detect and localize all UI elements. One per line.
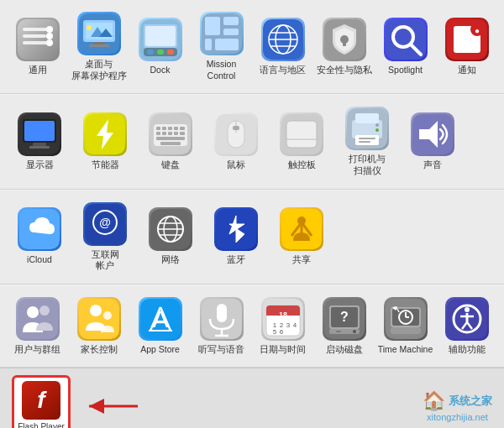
pref-dictation-label: 听写与语音 — [198, 344, 244, 356]
pref-notification[interactable]: ● 通知 — [436, 14, 497, 80]
pref-keyboard[interactable]: 键盘 — [138, 109, 203, 175]
pref-flash[interactable]: f Flash Player — [12, 375, 71, 428]
svg-rect-63 — [160, 142, 181, 145]
watermark: 🏠 系统之家 xitongzhijia.net — [423, 390, 492, 422]
svg-rect-54 — [168, 127, 172, 130]
svg-text:@: @ — [99, 216, 111, 229]
svg-point-140 — [465, 307, 470, 312]
pref-spotlight[interactable]: Spotlight — [375, 14, 436, 80]
pref-sound[interactable]: 声音 — [400, 109, 465, 175]
svg-rect-62 — [156, 137, 185, 140]
svg-rect-69 — [286, 121, 317, 148]
pref-language-label: 语言与地区 — [260, 65, 306, 76]
svg-rect-25 — [223, 29, 239, 35]
arrow-indicator — [79, 391, 146, 421]
svg-point-101 — [103, 311, 112, 320]
svg-rect-48 — [29, 146, 50, 149]
svg-rect-20 — [157, 50, 164, 55]
pref-network[interactable]: 网络 — [138, 204, 203, 269]
pref-display[interactable]: 显示器 — [7, 109, 72, 175]
pref-dictation[interactable]: 听写与语音 — [191, 294, 252, 359]
svg-point-77 — [375, 123, 379, 127]
svg-text:4: 4 — [292, 321, 297, 329]
pref-bluetooth-label: 蓝牙 — [227, 254, 245, 266]
pref-appstore[interactable]: A App Store — [129, 294, 191, 359]
svg-rect-73 — [355, 113, 379, 123]
pref-mouse-label: 鼠标 — [227, 159, 245, 171]
svg-rect-26 — [205, 39, 212, 50]
svg-point-97 — [27, 306, 39, 318]
pref-desktop-label: 桌面与 屏幕保护程序 — [71, 59, 127, 81]
svg-rect-58 — [162, 132, 166, 135]
pref-energy[interactable]: 节能器 — [72, 109, 138, 175]
svg-rect-36 — [343, 41, 346, 46]
pref-keyboard-label: 键盘 — [161, 159, 180, 171]
svg-rect-17 — [145, 26, 176, 46]
watermark-site-name: 系统之家 — [449, 394, 492, 409]
svg-rect-24 — [223, 17, 239, 25]
flash-f-letter: f — [37, 387, 45, 414]
pref-startup[interactable]: ? 启动磁盘 — [313, 294, 375, 359]
pref-startup-label: 启动磁盘 — [326, 344, 363, 356]
pref-parental-label: 家长控制 — [81, 344, 118, 356]
pref-icloud[interactable]: iCloud — [7, 204, 72, 269]
svg-rect-99 — [79, 299, 119, 339]
svg-rect-55 — [174, 127, 178, 130]
svg-point-128 — [353, 330, 356, 333]
svg-rect-57 — [156, 132, 160, 135]
pref-dock-label: Dock — [150, 65, 171, 76]
pref-bluetooth[interactable]: 蓝牙 — [203, 204, 269, 269]
pref-language[interactable]: 语言与地区 — [252, 14, 313, 80]
watermark-house-icon: 🏠 — [423, 390, 445, 412]
svg-rect-127 — [336, 331, 341, 332]
svg-rect-3 — [23, 41, 50, 44]
svg-rect-60 — [174, 132, 178, 135]
pref-internet[interactable]: @ 互联网 帐户 — [72, 199, 138, 275]
svg-rect-96 — [18, 299, 58, 339]
pref-users-label: 用户与群组 — [14, 344, 60, 356]
svg-rect-0 — [18, 19, 58, 60]
pref-desktop[interactable]: 桌面与 屏幕保护程序 — [68, 8, 129, 85]
pref-printer[interactable]: 打印机与 扫描仪 — [334, 103, 400, 180]
pref-timemachine[interactable]: Time Machine — [375, 294, 436, 359]
svg-rect-74 — [355, 135, 379, 145]
svg-rect-2 — [23, 34, 46, 38]
arrow-svg — [79, 391, 146, 421]
pref-trackpad-label: 触控板 — [288, 159, 316, 171]
pref-accessibility[interactable]: 辅助功能 — [436, 294, 497, 359]
svg-rect-47 — [33, 143, 46, 146]
svg-point-4 — [46, 26, 53, 33]
pref-security[interactable]: 安全性与隐私 — [313, 14, 375, 80]
pref-general[interactable]: 通用 — [7, 14, 68, 80]
svg-rect-14 — [89, 44, 109, 47]
svg-text:●: ● — [474, 26, 479, 35]
pref-mission[interactable]: Mission Control — [191, 8, 252, 85]
pref-security-label: 安全性与隐私 — [317, 65, 372, 76]
svg-rect-75 — [359, 138, 375, 139]
pref-dock[interactable]: Dock — [129, 14, 191, 80]
svg-rect-56 — [180, 127, 185, 130]
pref-internet-label: 互联网 帐户 — [92, 249, 119, 272]
watermark-logo: 🏠 系统之家 — [423, 390, 492, 412]
svg-point-12 — [87, 25, 92, 30]
svg-point-100 — [90, 305, 102, 316]
pref-display-label: 显示器 — [26, 159, 54, 171]
svg-rect-59 — [168, 132, 172, 135]
pref-accessibility-label: 辅助功能 — [449, 344, 486, 356]
system-preferences-window: 通用 桌面与 屏幕保护程序 — [0, 0, 504, 428]
pref-trackpad[interactable]: 触控板 — [269, 109, 334, 175]
pref-sharing[interactable]: 共享 — [269, 204, 334, 269]
pref-datetime[interactable]: 18 1 2 3 4 5 6 日期与时间 — [252, 294, 313, 359]
pref-notification-label: 通知 — [458, 65, 476, 76]
pref-mouse[interactable]: 鼠标 — [203, 109, 269, 175]
pref-energy-label: 节能器 — [92, 159, 119, 171]
pref-users[interactable]: 用户与群组 — [7, 294, 68, 359]
pref-general-label: 通用 — [29, 65, 47, 76]
pref-parental[interactable]: 家长控制 — [68, 294, 129, 359]
flash-icon: f — [22, 381, 60, 420]
watermark-url: xitongzhijia.net — [427, 412, 488, 422]
svg-point-6 — [46, 39, 53, 46]
section-internet: iCloud @ 互联网 帐户 — [0, 190, 504, 284]
svg-rect-53 — [162, 127, 166, 130]
svg-rect-23 — [205, 17, 220, 35]
